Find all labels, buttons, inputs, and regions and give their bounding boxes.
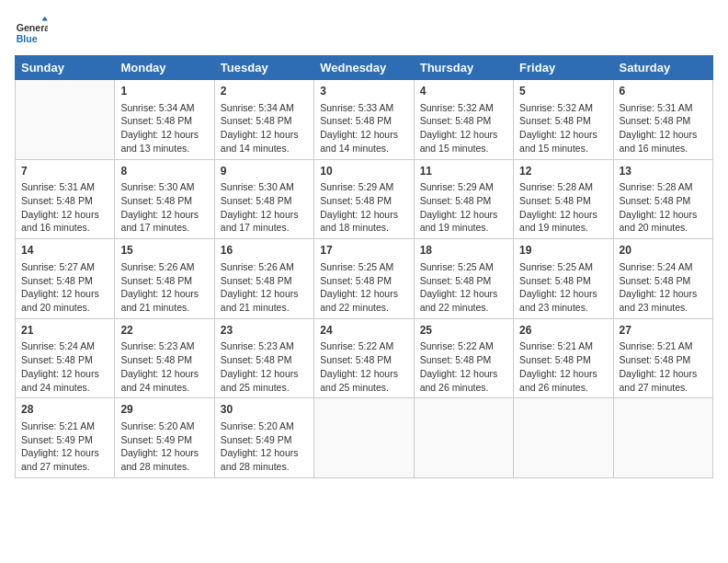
day-info: Sunrise: 5:28 AMSunset: 5:48 PMDaylight:… [620,180,707,235]
weekday-header-sunday: Sunday [16,56,115,80]
calendar-cell: 11Sunrise: 5:29 AMSunset: 5:48 PMDayligh… [414,159,513,239]
calendar-cell: 19Sunrise: 5:25 AMSunset: 5:48 PMDayligh… [514,239,613,319]
calendar-cell: 2Sunrise: 5:34 AMSunset: 5:48 PMDaylight… [214,80,313,160]
day-info: Sunrise: 5:32 AMSunset: 5:48 PMDaylight:… [519,101,607,155]
day-number: 15 [120,243,208,259]
calendar-week-row: 7Sunrise: 5:31 AMSunset: 5:48 PMDaylight… [16,159,713,239]
day-number: 12 [519,164,607,179]
calendar-week-row: 14Sunrise: 5:27 AMSunset: 5:48 PMDayligh… [16,239,713,319]
calendar-week-row: 1Sunrise: 5:34 AMSunset: 5:48 PMDaylight… [16,80,713,160]
calendar-cell: 16Sunrise: 5:26 AMSunset: 5:48 PMDayligh… [214,239,313,319]
day-info: Sunrise: 5:20 AMSunset: 5:49 PMDaylight:… [221,419,308,474]
weekday-header-monday: Monday [115,56,214,80]
day-info: Sunrise: 5:25 AMSunset: 5:48 PMDaylight:… [420,260,507,315]
calendar-table: SundayMondayTuesdayWednesdayThursdayFrid… [15,55,713,478]
day-number: 20 [620,243,707,259]
svg-text:General: General [17,22,48,33]
weekday-header-thursday: Thursday [414,56,513,80]
calendar-cell: 1Sunrise: 5:34 AMSunset: 5:48 PMDaylight… [115,80,214,160]
calendar-cell: 29Sunrise: 5:20 AMSunset: 5:49 PMDayligh… [115,398,214,478]
day-number: 4 [420,84,507,99]
day-number: 24 [320,323,407,339]
day-number: 7 [21,164,108,179]
calendar-cell: 10Sunrise: 5:29 AMSunset: 5:48 PMDayligh… [314,159,414,239]
day-info: Sunrise: 5:30 AMSunset: 5:48 PMDaylight:… [120,180,208,235]
weekday-header-wednesday: Wednesday [314,56,414,80]
calendar-cell [613,398,712,478]
day-info: Sunrise: 5:21 AMSunset: 5:49 PMDaylight:… [21,419,108,474]
day-number: 18 [420,243,507,259]
day-number: 30 [221,402,308,418]
calendar-cell: 5Sunrise: 5:32 AMSunset: 5:48 PMDaylight… [514,80,613,160]
logo: General Blue [15,15,51,48]
day-info: Sunrise: 5:21 AMSunset: 5:48 PMDaylight:… [620,339,707,394]
day-number: 19 [519,243,607,259]
day-number: 17 [320,243,407,259]
day-info: Sunrise: 5:23 AMSunset: 5:48 PMDaylight:… [120,339,208,394]
calendar-cell [414,398,513,478]
calendar-cell: 13Sunrise: 5:28 AMSunset: 5:48 PMDayligh… [613,159,712,239]
calendar-cell: 14Sunrise: 5:27 AMSunset: 5:48 PMDayligh… [16,239,115,319]
day-number: 1 [120,84,208,99]
day-info: Sunrise: 5:22 AMSunset: 5:48 PMDaylight:… [420,339,507,394]
day-info: Sunrise: 5:29 AMSunset: 5:48 PMDaylight:… [320,180,407,235]
calendar-cell: 8Sunrise: 5:30 AMSunset: 5:48 PMDaylight… [115,159,214,239]
calendar-cell: 27Sunrise: 5:21 AMSunset: 5:48 PMDayligh… [613,318,712,398]
calendar-week-row: 28Sunrise: 5:21 AMSunset: 5:49 PMDayligh… [16,398,713,478]
calendar-cell: 20Sunrise: 5:24 AMSunset: 5:48 PMDayligh… [613,239,712,319]
day-number: 13 [620,164,707,179]
day-number: 9 [221,164,308,179]
day-number: 8 [120,164,208,179]
day-info: Sunrise: 5:20 AMSunset: 5:49 PMDaylight:… [120,419,208,474]
calendar-cell: 25Sunrise: 5:22 AMSunset: 5:48 PMDayligh… [414,318,513,398]
day-number: 11 [420,164,507,179]
day-info: Sunrise: 5:32 AMSunset: 5:48 PMDaylight:… [420,101,507,155]
calendar-cell: 26Sunrise: 5:21 AMSunset: 5:48 PMDayligh… [514,318,613,398]
day-number: 10 [320,164,407,179]
weekday-header-tuesday: Tuesday [214,56,313,80]
day-number: 14 [21,243,108,259]
calendar-cell: 15Sunrise: 5:26 AMSunset: 5:48 PMDayligh… [115,239,214,319]
day-info: Sunrise: 5:21 AMSunset: 5:48 PMDaylight:… [519,339,607,394]
day-info: Sunrise: 5:25 AMSunset: 5:48 PMDaylight:… [519,260,607,315]
day-number: 22 [120,323,208,339]
day-info: Sunrise: 5:29 AMSunset: 5:48 PMDaylight:… [420,180,507,235]
calendar-cell: 17Sunrise: 5:25 AMSunset: 5:48 PMDayligh… [314,239,414,319]
day-number: 16 [221,243,308,259]
svg-marker-2 [41,17,48,21]
calendar-cell: 9Sunrise: 5:30 AMSunset: 5:48 PMDaylight… [214,159,313,239]
calendar-cell [514,398,613,478]
day-number: 23 [221,323,308,339]
page-header: General Blue [15,9,713,48]
day-number: 2 [221,84,308,99]
day-number: 21 [21,323,108,339]
day-number: 28 [21,402,108,418]
calendar-header-row: SundayMondayTuesdayWednesdayThursdayFrid… [16,56,713,80]
day-info: Sunrise: 5:22 AMSunset: 5:48 PMDaylight:… [320,339,407,394]
day-info: Sunrise: 5:31 AMSunset: 5:48 PMDaylight:… [620,101,707,155]
day-number: 27 [620,323,707,339]
weekday-header-saturday: Saturday [613,56,712,80]
day-info: Sunrise: 5:26 AMSunset: 5:48 PMDaylight:… [120,260,208,315]
day-number: 26 [519,323,607,339]
calendar-cell: 22Sunrise: 5:23 AMSunset: 5:48 PMDayligh… [115,318,214,398]
day-info: Sunrise: 5:24 AMSunset: 5:48 PMDaylight:… [620,260,707,315]
logo-icon: General Blue [15,15,48,48]
day-info: Sunrise: 5:34 AMSunset: 5:48 PMDaylight:… [221,101,308,155]
calendar-week-row: 21Sunrise: 5:24 AMSunset: 5:48 PMDayligh… [16,318,713,398]
day-info: Sunrise: 5:28 AMSunset: 5:48 PMDaylight:… [519,180,607,235]
day-info: Sunrise: 5:27 AMSunset: 5:48 PMDaylight:… [21,260,108,315]
calendar-cell: 3Sunrise: 5:33 AMSunset: 5:48 PMDaylight… [314,80,414,160]
day-info: Sunrise: 5:31 AMSunset: 5:48 PMDaylight:… [21,180,108,235]
day-number: 29 [120,402,208,418]
day-info: Sunrise: 5:34 AMSunset: 5:48 PMDaylight:… [120,101,208,155]
day-info: Sunrise: 5:30 AMSunset: 5:48 PMDaylight:… [221,180,308,235]
weekday-header-friday: Friday [514,56,613,80]
calendar-cell: 24Sunrise: 5:22 AMSunset: 5:48 PMDayligh… [314,318,414,398]
day-number: 5 [519,84,607,99]
calendar-cell: 21Sunrise: 5:24 AMSunset: 5:48 PMDayligh… [16,318,115,398]
day-info: Sunrise: 5:26 AMSunset: 5:48 PMDaylight:… [221,260,308,315]
calendar-cell [314,398,414,478]
day-info: Sunrise: 5:33 AMSunset: 5:48 PMDaylight:… [320,101,407,155]
calendar-cell: 4Sunrise: 5:32 AMSunset: 5:48 PMDaylight… [414,80,513,160]
